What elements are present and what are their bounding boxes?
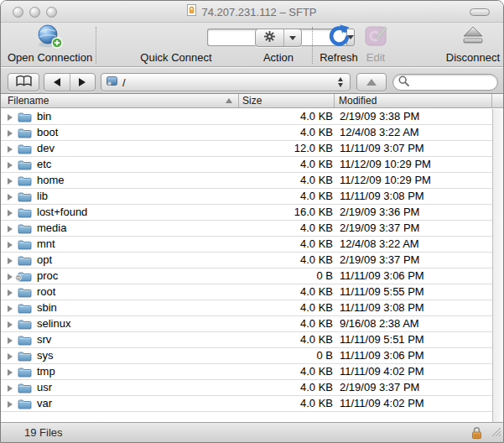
file-modified: 11/11/09 5:55 PM (340, 284, 424, 300)
file-modified: 11/11/09 3:07 PM (340, 141, 424, 156)
bookmarks-button[interactable] (8, 73, 39, 91)
action-label: Action (253, 51, 304, 64)
file-size: 4.0 KB (236, 253, 333, 268)
disclosure-triangle-icon[interactable] (8, 401, 13, 408)
table-row[interactable]: bin 4.0 KB 2/19/09 3:38 PM (1, 109, 492, 125)
disclosure-triangle-icon[interactable] (8, 242, 13, 248)
table-row[interactable]: var 4.0 KB 11/11/09 4:02 PM (1, 396, 492, 412)
toolbar: Open Connection Quick Connect (1, 23, 503, 67)
table-row[interactable]: lib 4.0 KB 11/11/09 3:08 PM (1, 189, 492, 205)
disclosure-triangle-icon[interactable] (8, 114, 13, 121)
file-size: 4.0 KB (236, 237, 333, 252)
path-popup[interactable]: / (101, 73, 351, 91)
title-bar[interactable]: 74.207.231.112 – SFTP (1, 1, 503, 23)
file-modified: 12/4/08 3:22 AM (340, 237, 419, 252)
parent-directory-button[interactable] (356, 73, 387, 91)
file-modified: 2/19/09 3:38 PM (340, 109, 419, 124)
file-list: bin 4.0 KB 2/19/09 3:38 PM boot 4.0 KB 1… (1, 109, 492, 412)
table-row[interactable]: usr 4.0 KB 2/19/09 3:37 PM (1, 380, 492, 396)
table-row[interactable]: sbin 4.0 KB 11/11/09 3:08 PM (1, 300, 492, 316)
table-row[interactable]: etc 4.0 KB 11/12/09 10:29 PM (1, 157, 492, 173)
quick-connect-label: Quick Connect (100, 51, 252, 64)
action-dropdown-button[interactable] (284, 29, 301, 46)
disclosure-triangle-icon[interactable] (8, 274, 13, 280)
table-row[interactable]: boot 4.0 KB 12/4/08 3:22 AM (1, 125, 492, 141)
file-name: var (37, 396, 52, 411)
disclosure-triangle-icon[interactable] (8, 321, 13, 328)
action-gear-button[interactable] (256, 29, 284, 46)
popup-stepper-icon (338, 77, 345, 87)
disclosure-triangle-icon[interactable] (8, 258, 13, 264)
forward-button[interactable] (70, 74, 96, 91)
vertical-scrollbar[interactable] (492, 109, 504, 424)
eject-icon (460, 23, 486, 50)
folder-icon (18, 223, 32, 234)
folder-icon (18, 319, 32, 330)
table-row[interactable]: mnt 4.0 KB 12/4/08 3:22 AM (1, 237, 492, 253)
table-row[interactable]: sys 0 B 11/11/09 3:06 PM (1, 348, 492, 364)
disclosure-triangle-icon[interactable] (8, 210, 13, 216)
disclosure-triangle-icon[interactable] (8, 178, 13, 185)
search-field[interactable] (392, 74, 498, 91)
folder-icon (18, 207, 32, 218)
action-group: Action (253, 23, 304, 65)
file-name: sys (37, 348, 54, 363)
column-header-filename[interactable]: Filename (8, 95, 49, 107)
current-path: / (122, 76, 333, 89)
file-size: 16.0 KB (236, 205, 333, 220)
column-divider[interactable] (334, 94, 335, 107)
disclosure-triangle-icon[interactable] (8, 353, 13, 360)
folder-icon (18, 335, 32, 346)
disclosure-triangle-icon[interactable] (8, 226, 13, 232)
table-row[interactable]: tmp 4.0 KB 11/11/09 4:02 PM (1, 364, 492, 380)
disclosure-triangle-icon[interactable] (8, 385, 13, 392)
search-input[interactable] (413, 76, 492, 89)
disclosure-triangle-icon[interactable] (8, 194, 13, 201)
file-size: 4.0 KB (236, 284, 333, 300)
window-title: 74.207.231.112 – SFTP (201, 6, 316, 18)
column-header-modified[interactable]: Modified (339, 95, 377, 107)
file-modified: 11/11/09 3:06 PM (340, 268, 424, 284)
table-row[interactable]: dev 12.0 KB 11/11/09 3:07 PM (1, 141, 492, 157)
restricted-badge-icon (15, 271, 22, 284)
resize-grip[interactable] (491, 425, 501, 440)
folder-icon (18, 175, 32, 186)
table-row[interactable]: selinux 4.0 KB 9/16/08 2:38 AM (1, 316, 492, 332)
disclosure-triangle-icon[interactable] (8, 146, 13, 153)
file-size: 4.0 KB (236, 300, 333, 315)
disclosure-triangle-icon[interactable] (8, 337, 13, 344)
toolbar-toggle-button[interactable] (470, 8, 490, 16)
file-size: 0 B (236, 348, 333, 363)
disclosure-triangle-icon[interactable] (8, 130, 13, 137)
back-button[interactable] (44, 74, 70, 91)
table-row[interactable]: home 4.0 KB 11/12/09 10:29 PM (1, 173, 492, 189)
file-size: 4.0 KB (236, 157, 333, 172)
file-modified: 2/19/09 3:37 PM (340, 380, 419, 395)
table-row[interactable]: root 4.0 KB 11/11/09 5:55 PM (1, 284, 492, 300)
column-divider[interactable] (491, 94, 492, 107)
status-bar: 19 Files (1, 422, 503, 442)
table-row[interactable]: media 4.0 KB 2/19/09 3:37 PM (1, 221, 492, 237)
proxy-document-icon[interactable] (187, 4, 196, 19)
table-row[interactable]: lost+found 16.0 KB 2/19/09 3:36 PM (1, 205, 492, 221)
disconnect-button[interactable]: Disconnect (435, 23, 504, 65)
folder-icon (18, 255, 32, 266)
table-row[interactable]: proc 0 B 11/11/09 3:06 PM (1, 268, 492, 284)
table-row[interactable]: srv 4.0 KB 11/11/09 5:51 PM (1, 332, 492, 348)
disclosure-triangle-icon[interactable] (8, 162, 13, 169)
column-header-size[interactable]: Size (242, 95, 262, 107)
file-size: 4.0 KB (236, 221, 333, 236)
open-connection-button[interactable]: Open Connection (8, 23, 91, 65)
file-modified: 11/12/09 10:29 PM (340, 173, 431, 188)
table-row[interactable]: opt 4.0 KB 2/19/09 3:37 PM (1, 253, 492, 268)
column-divider[interactable] (238, 94, 239, 107)
disclosure-triangle-icon[interactable] (8, 289, 13, 296)
disclosure-triangle-icon[interactable] (8, 369, 13, 376)
disclosure-triangle-icon[interactable] (8, 305, 13, 312)
folder-icon (18, 303, 32, 314)
file-size: 4.0 KB (236, 380, 333, 395)
file-size: 4.0 KB (236, 364, 333, 379)
quick-connect-group: Quick Connect (100, 23, 252, 65)
file-modified: 2/19/09 3:37 PM (340, 253, 419, 268)
edit-icon-disabled (363, 23, 388, 52)
